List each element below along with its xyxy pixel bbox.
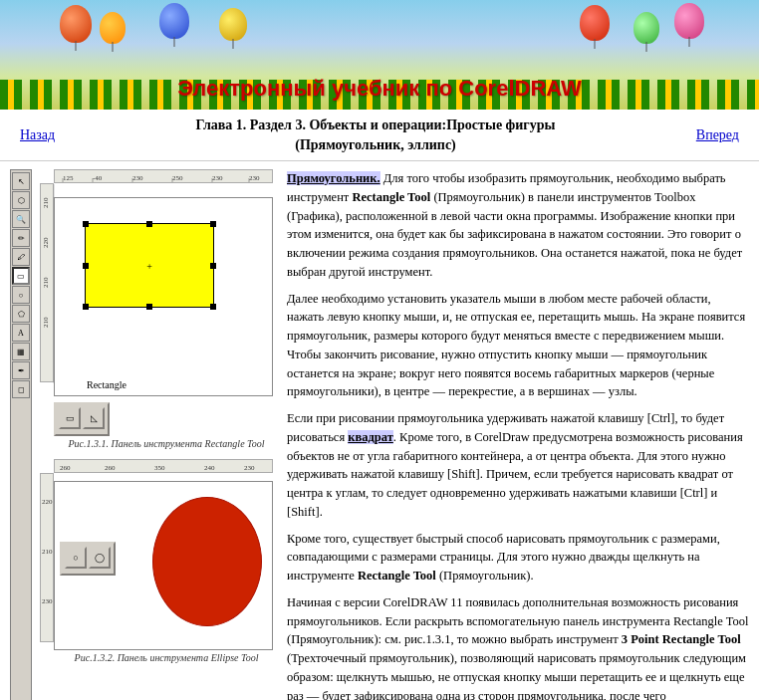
ellipse-tool-btn[interactable]: ○ xyxy=(65,547,87,569)
drawing-canvas-2: ○ ◯ xyxy=(54,481,273,650)
tool-select[interactable]: ↖ xyxy=(12,172,30,190)
rect-tool-btn[interactable]: ▭ xyxy=(59,407,81,429)
svg-text:230: 230 xyxy=(244,464,255,472)
ruler-horizontal-2: 260 260 350 240 230 xyxy=(54,459,273,473)
balloon-5 xyxy=(580,5,610,41)
svg-text:230: 230 xyxy=(42,597,53,605)
top-nav: Назад Глава 1. Раздел 3. Объекты и опера… xyxy=(0,110,759,161)
svg-text:250: 250 xyxy=(172,174,183,182)
chapter-title: Глава 1. Раздел 3. Объекты и операции:Пр… xyxy=(55,116,696,154)
tool-panel-area: ▭ ◺ xyxy=(54,402,279,436)
text-section-3: Если при рисовании прямоугольника удержи… xyxy=(287,409,749,522)
tool-zoom[interactable]: 🔍 xyxy=(12,210,30,228)
tool-pen[interactable]: 🖊 xyxy=(12,248,30,266)
rectangle-object: + xyxy=(85,223,214,308)
balloon-3 xyxy=(159,3,189,39)
forward-link[interactable]: Вперед xyxy=(696,127,739,143)
svg-text:240: 240 xyxy=(204,464,215,472)
svg-text:210: 210 xyxy=(42,548,53,556)
highlight-rectangle: Прямоугольник. xyxy=(287,171,380,185)
balloon-7 xyxy=(674,3,704,39)
tool-freehand[interactable]: ✏ xyxy=(12,229,30,247)
ruler-vertical-2: 220 210 230 xyxy=(40,473,54,642)
tool-ellipse[interactable]: ○ xyxy=(12,286,30,304)
svg-text:-40: -40 xyxy=(93,174,103,182)
tool-outline[interactable]: ◻ xyxy=(12,380,30,398)
svg-text:220: 220 xyxy=(42,237,50,248)
balloon-6 xyxy=(633,12,659,44)
svg-text:230: 230 xyxy=(212,174,223,182)
tool-fill[interactable]: ▦ xyxy=(12,343,30,360)
balloon-1 xyxy=(60,5,92,43)
text-section-5: Начиная с версии CorelDRAW 11 появилась … xyxy=(287,593,749,700)
text-section-2: Далее необходимо установить указатель мы… xyxy=(287,290,749,402)
handle-bottom-left xyxy=(83,304,89,310)
balloon-4 xyxy=(219,8,247,41)
svg-text:230: 230 xyxy=(249,174,260,182)
text-section-1: Прямоугольник. Для того чтобы изобразить… xyxy=(287,169,749,282)
balloon-2 xyxy=(100,12,126,44)
svg-text:350: 350 xyxy=(154,464,165,472)
text-panel: Прямоугольник. Для того чтобы изобразить… xyxy=(287,169,749,700)
svg-text:260: 260 xyxy=(60,464,71,472)
tool-rectangle[interactable]: ▭ xyxy=(12,267,30,285)
main-content: ↖ ⬡ 🔍 ✏ 🖊 ▭ ○ ⬠ A ▦ ✒ ◻ 125 -40 230 xyxy=(0,161,759,700)
drawing-area-1-wrapper: 125 -40 230 250 230 230 xyxy=(40,169,279,396)
rectangle-label: Rectangle xyxy=(87,379,126,390)
svg-text:210: 210 xyxy=(42,197,50,208)
header-banner: Электронный учебник по CorelDRAW xyxy=(0,0,759,110)
header-title: Электронный учебник по CorelDRAW xyxy=(177,76,581,102)
handle-top-left xyxy=(83,221,89,227)
svg-text:230: 230 xyxy=(132,174,143,182)
drawing-area-2-wrapper: 260 260 350 240 230 220 210 230 xyxy=(40,459,279,663)
tool-polygon[interactable]: ⬠ xyxy=(12,305,30,323)
highlight-square: квадрат xyxy=(348,430,393,444)
ellipse-object xyxy=(152,497,262,626)
handle-middle-right xyxy=(210,263,216,269)
handle-bottom-right xyxy=(210,304,216,310)
drawing2-caption: Рис.1.3.2. Панель инструмента Ellipse To… xyxy=(54,652,279,663)
svg-text:210: 210 xyxy=(42,317,50,328)
ruler-horizontal-1: 125 -40 230 250 230 230 xyxy=(54,169,273,183)
ellipse-tool-panel: ○ ◯ xyxy=(60,542,116,576)
ellipse3pt-tool-btn[interactable]: ◯ xyxy=(89,547,111,569)
tool-eyedropper[interactable]: ✒ xyxy=(12,361,30,379)
back-link[interactable]: Назад xyxy=(20,127,55,143)
text-section-4: Кроме того, существует быстрый способ на… xyxy=(287,530,749,585)
handle-top-middle xyxy=(146,221,152,227)
tool-node[interactable]: ⬡ xyxy=(12,191,30,209)
drawing1-caption: Рис.1.3.1. Панель инструмента Rectangle … xyxy=(54,438,279,449)
svg-text:210: 210 xyxy=(42,277,50,288)
handle-bottom-middle xyxy=(146,304,152,310)
svg-text:220: 220 xyxy=(42,498,53,506)
handle-middle-left xyxy=(83,263,89,269)
svg-text:125: 125 xyxy=(63,174,74,182)
drawing-canvas-1: + Rectangle xyxy=(54,197,273,396)
toolbox: ↖ ⬡ 🔍 ✏ 🖊 ▭ ○ ⬠ A ▦ ✒ ◻ xyxy=(10,169,32,700)
ruler-vertical-1: 210 220 210 210 xyxy=(40,183,54,382)
handle-top-right xyxy=(210,221,216,227)
rect3pt-tool-btn[interactable]: ◺ xyxy=(83,407,105,429)
crosshair: + xyxy=(146,260,152,271)
tool-text[interactable]: A xyxy=(12,324,30,342)
svg-text:260: 260 xyxy=(105,464,116,472)
